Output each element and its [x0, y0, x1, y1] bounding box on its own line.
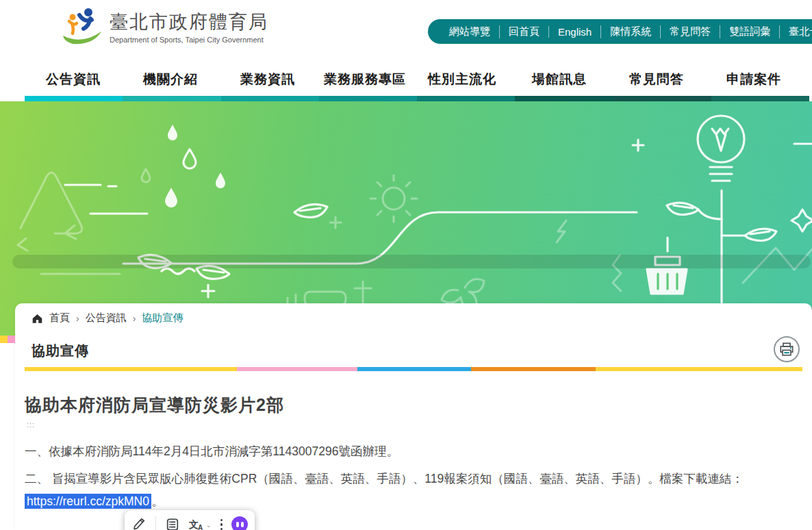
title-underline-segment: [237, 367, 357, 371]
nav-item-7[interactable]: 申請案件: [705, 63, 802, 96]
assistant-icon[interactable]: [231, 516, 248, 530]
nav-item-0[interactable]: 公告資訊: [25, 63, 122, 96]
quicklink-5[interactable]: 雙語詞彙: [720, 25, 779, 38]
sparkle-icon: [791, 210, 812, 231]
quicklink-3[interactable]: 陳情系統: [600, 25, 660, 38]
accessibility-marker: :::: [27, 420, 35, 429]
quicklink-0[interactable]: 網站導覽: [440, 25, 499, 38]
nav-item-2[interactable]: 業務資訊: [219, 63, 316, 96]
plus-icon: [202, 285, 214, 297]
title-underline-segment: [471, 367, 596, 371]
sun-rays: [370, 175, 417, 222]
breadcrumb-item-2[interactable]: 協助宣傳: [142, 312, 183, 325]
nav-item-5[interactable]: 場館訊息: [511, 63, 608, 96]
accent-square-yellow: [0, 336, 8, 343]
article-paragraph-2: 二、 旨揭宣導影片含民眾版心肺復甦術CPR（國語、臺語、英語、手語）、119報案…: [25, 468, 794, 513]
dashes-icon: [65, 185, 147, 214]
nav-underline-bar: [25, 96, 809, 101]
chevron-down-icon[interactable]: ⌄: [205, 521, 211, 529]
print-icon: [779, 342, 794, 357]
nav-underline-segment: [613, 96, 711, 101]
quicklink-4[interactable]: 常見問答: [660, 25, 720, 38]
home-icon[interactable]: [31, 313, 43, 324]
nav-underline-segment: [319, 96, 417, 101]
banner-illustration: [0, 101, 812, 336]
plus-icon: [330, 217, 341, 228]
title-underline-bar: [25, 367, 802, 371]
accent-square-pink: [8, 336, 15, 343]
nav-underline-segment: [25, 96, 123, 101]
breadcrumb-item-0[interactable]: 首頁: [49, 312, 70, 325]
plus-icon: [633, 140, 644, 151]
breadcrumb-separator: ›: [76, 313, 79, 324]
toolbar-divider: [155, 516, 156, 530]
breadcrumb-separator: ›: [133, 313, 136, 324]
lightning-icon: [557, 220, 566, 242]
breadcrumb: 首頁›公告資訊›協助宣傳: [31, 312, 183, 325]
quicklink-1[interactable]: 回首頁: [499, 25, 548, 38]
banner-progress-bar[interactable]: [12, 255, 811, 268]
logo-mark-icon: [60, 5, 104, 48]
hero-banner: [0, 101, 812, 336]
waterdrop-outline-icon: [183, 149, 196, 168]
quicklinks-bar: 網站導覽回首頁English陳情系統常見問答雙語詞彙臺北卡: [428, 19, 812, 44]
paragraph-text: 二、 旨揭宣導影片含民眾版心肺復甦術CPR（國語、臺語、英語、手語）、119報案…: [25, 472, 744, 485]
site-logo[interactable]: 臺北市政府體育局 Department of Sports, Taipei Ci…: [60, 5, 268, 48]
download-link-selected[interactable]: https://reurl.cc/zpkMN0: [25, 494, 151, 509]
more-options-icon[interactable]: [220, 519, 223, 530]
page-title: 協助宣傳: [31, 342, 89, 360]
site-subtitle: Department of Sports, Taipei City Govern…: [110, 36, 268, 44]
content-card: 首頁›公告資訊›協助宣傳 協助宣傳 協助本府消防局宣導防災影片2部 ::: 一、…: [15, 303, 812, 530]
site-title: 臺北市政府體育局: [110, 10, 268, 34]
wave-icon: [162, 268, 194, 274]
article-paragraph-1: 一、依據本府消防局114年2月4日北市消減字第1143007296號函辦理。: [25, 443, 398, 459]
nav-underline-segment: [711, 96, 809, 101]
nav-underline-segment: [417, 96, 515, 101]
nav-item-3[interactable]: 業務服務專區: [316, 63, 414, 96]
nav-underline-segment: [123, 96, 220, 101]
nav-item-6[interactable]: 常見問答: [608, 63, 705, 96]
highlighter-icon[interactable]: [131, 517, 147, 530]
title-underline-segment: [25, 367, 237, 371]
print-button[interactable]: [774, 336, 800, 362]
quicklink-2[interactable]: English: [548, 26, 600, 38]
selection-toolbar: 文A⌄: [125, 510, 255, 530]
article-title: 協助本府消防局宣導防災影片2部: [25, 394, 284, 416]
nav-underline-segment: [515, 96, 613, 101]
lightbulb-plant-icon: [698, 116, 745, 307]
notes-icon[interactable]: [165, 517, 180, 530]
title-underline-segment: [596, 367, 802, 371]
title-underline-segment: [357, 367, 471, 371]
nav-underline-segment: [221, 96, 319, 101]
paragraph-text: 。: [151, 494, 164, 508]
translate-icon[interactable]: 文A⌄: [189, 518, 212, 530]
nav-item-1[interactable]: 機關介紹: [122, 63, 219, 96]
waterdrop-outline-icon: [142, 169, 150, 182]
breadcrumb-item-1[interactable]: 公告資訊: [86, 312, 127, 325]
nav-item-4[interactable]: 性別主流化: [414, 63, 511, 96]
main-nav: 公告資訊機關介紹業務資訊業務服務專區性別主流化場館訊息常見問答申請案件: [25, 63, 802, 96]
site-header: 臺北市政府體育局 Department of Sports, Taipei Ci…: [0, 0, 812, 62]
quicklink-6[interactable]: 臺北卡: [779, 25, 812, 38]
sun-icon: [383, 188, 405, 210]
